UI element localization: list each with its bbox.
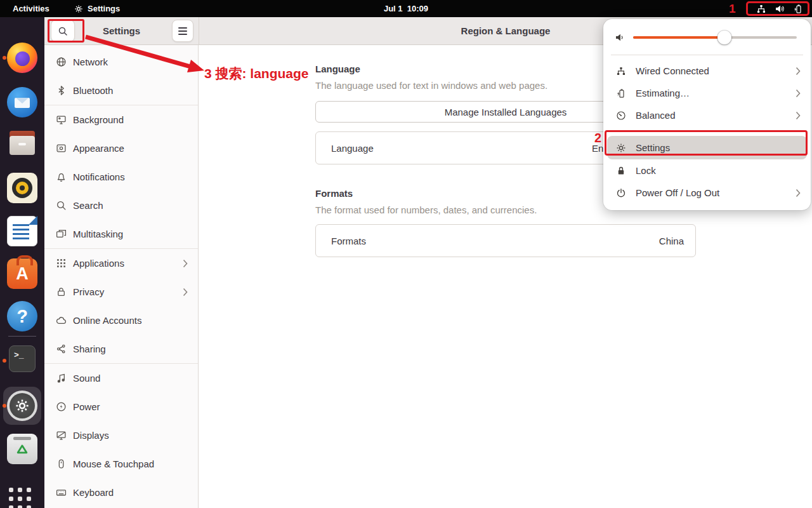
sidebar-item-privacy[interactable]: Privacy — [44, 277, 198, 306]
menu-item-settings[interactable]: Settings — [607, 136, 807, 159]
power-profile-gauge-icon — [616, 110, 626, 121]
menu-item-label: Settings — [636, 142, 797, 153]
menu-item-label: Balanced — [636, 110, 786, 121]
mouse-icon — [56, 458, 67, 469]
menu-item-wired-connected[interactable]: Wired Connected — [603, 60, 811, 82]
sidebar-item-appearance[interactable]: Appearance — [44, 134, 198, 163]
app-grid-button[interactable] — [9, 488, 36, 508]
share-icon — [56, 344, 67, 354]
menu-separator — [611, 55, 803, 55]
sidebar-item-power[interactable]: Power — [44, 392, 198, 421]
display-icon — [56, 430, 67, 441]
sidebar-item-label: Sound — [73, 373, 188, 384]
sidebar-item-label: Mouse & Touchpad — [73, 458, 188, 469]
libreoffice-writer-icon[interactable] — [7, 216, 37, 246]
volume-slider-fill — [633, 36, 724, 39]
sidebar-item-online-accounts[interactable]: Online Accounts — [44, 306, 198, 335]
sidebar-item-background[interactable]: Background — [44, 105, 198, 134]
chevron-right-icon — [796, 67, 801, 76]
windows-icon — [56, 229, 67, 239]
hamburger-menu-button[interactable] — [172, 20, 193, 42]
network-wired-icon — [616, 66, 626, 76]
cloud-icon — [56, 315, 67, 326]
menu-item-label: Lock — [636, 165, 801, 176]
dock: A ? >_ — [0, 17, 44, 508]
volume-row — [603, 25, 811, 50]
sidebar-item-label: Bluetooth — [73, 85, 188, 96]
sidebar-item-label: Keyboard — [73, 487, 188, 498]
sidebar-item-label: Appearance — [73, 143, 188, 154]
rhythmbox-icon[interactable] — [7, 173, 37, 203]
chevron-right-icon — [796, 189, 801, 197]
firefox-icon[interactable] — [7, 43, 37, 73]
dock-separator — [8, 336, 36, 337]
formats-row[interactable]: Formats China — [315, 224, 696, 257]
sidebar-item-sound[interactable]: Sound — [44, 364, 198, 392]
sidebar-item-sharing[interactable]: Sharing — [44, 335, 198, 363]
menu-item-battery-estimating[interactable]: Estimating… — [603, 82, 811, 104]
appearance-icon — [56, 143, 67, 154]
running-indicator — [3, 56, 6, 60]
magnifier-icon — [58, 26, 68, 36]
magnifier-icon — [56, 200, 67, 211]
gear-icon — [616, 143, 626, 153]
sidebar-item-search[interactable]: Search — [44, 191, 198, 220]
menu-item-lock[interactable]: Lock — [603, 159, 811, 182]
sidebar-item-network[interactable]: Network — [44, 48, 198, 76]
running-indicator — [3, 359, 6, 363]
sidebar-item-label: Applications — [73, 258, 176, 269]
music-note-icon — [56, 373, 67, 384]
lock-icon — [56, 286, 67, 297]
lock-icon — [616, 166, 626, 176]
chevron-right-icon — [796, 111, 801, 120]
sidebar-item-label: Notifications — [73, 171, 188, 182]
formats-row-value: China — [659, 236, 684, 246]
sidebar-item-label: Network — [73, 57, 188, 67]
sidebar-item-label: Power — [73, 401, 188, 412]
volume-slider-knob[interactable] — [717, 30, 731, 44]
chevron-right-icon — [183, 288, 188, 297]
background-icon — [56, 114, 67, 125]
sidebar-item-applications[interactable]: Applications — [44, 249, 198, 277]
search-button[interactable] — [51, 20, 75, 42]
settings-sidebar: Network Bluetooth Background Appearance … — [44, 45, 199, 508]
ubuntu-software-icon[interactable]: A — [7, 258, 37, 289]
volume-slider[interactable] — [633, 36, 797, 39]
files-icon[interactable] — [7, 128, 37, 158]
menu-item-power-off-log-out[interactable]: Power Off / Log Out — [603, 182, 811, 204]
sidebar-item-label: Online Accounts — [73, 315, 188, 326]
help-icon[interactable]: ? — [7, 301, 37, 331]
trash-icon[interactable] — [7, 434, 37, 464]
sidebar-item-label: Multitasking — [73, 229, 188, 239]
network-wired-icon — [756, 4, 766, 14]
sidebar-item-notifications[interactable]: Notifications — [44, 163, 198, 191]
system-tray[interactable] — [756, 0, 803, 17]
menu-item-power-profile-balanced[interactable]: Balanced — [603, 104, 811, 126]
sidebar-item-bluetooth[interactable]: Bluetooth — [44, 76, 198, 105]
sidebar-item-label: Background — [73, 114, 188, 125]
sidebar-item-displays[interactable]: Displays — [44, 421, 198, 450]
volume-icon — [615, 32, 625, 43]
battery-charging-icon — [793, 4, 803, 14]
sidebar-item-label: Privacy — [73, 286, 176, 297]
top-bar: Activities Settings Jul 1 10:09 — [0, 0, 812, 17]
keyboard-icon — [56, 487, 67, 498]
terminal-icon[interactable]: >_ — [9, 345, 36, 372]
clock[interactable]: Jul 1 10:09 — [0, 0, 812, 17]
sidebar-item-label: Search — [73, 200, 188, 211]
power-bolt-icon — [56, 401, 67, 412]
chevron-right-icon — [796, 89, 801, 98]
volume-icon — [775, 4, 785, 14]
menu-item-label: Estimating… — [636, 88, 786, 98]
sidebar-item-mouse-touchpad[interactable]: Mouse & Touchpad — [44, 450, 198, 478]
globe-icon — [56, 57, 67, 67]
sidebar-item-keyboard[interactable]: Keyboard — [44, 478, 198, 507]
chevron-right-icon — [183, 259, 188, 268]
system-menu-popover: Wired Connected Estimating… Balanced Set… — [603, 19, 811, 210]
sidebar-item-label: Displays — [73, 430, 188, 441]
settings-icon[interactable] — [7, 391, 37, 421]
sidebar-item-multitasking[interactable]: Multitasking — [44, 220, 198, 248]
formats-row-label: Formats — [331, 236, 366, 246]
thunderbird-icon[interactable] — [7, 87, 37, 117]
bluetooth-icon — [56, 85, 67, 96]
